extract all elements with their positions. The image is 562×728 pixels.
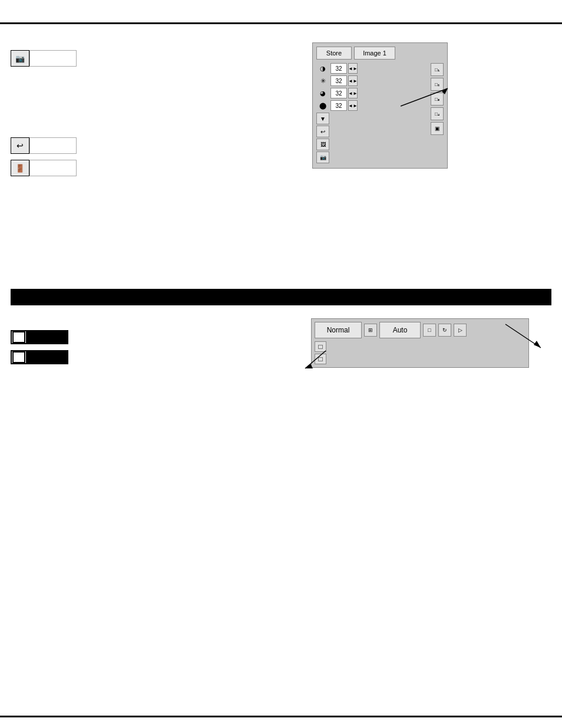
- image-icon-panel[interactable]: 🖼: [316, 139, 329, 150]
- upper-right-panel: Store Image 1 ◑ 32 ◄► ✳ 32 ◄► ◕ 32 ◄► ⬤: [312, 42, 448, 169]
- section-divider: [11, 289, 551, 305]
- contrast-value: 32: [330, 63, 347, 74]
- annotation-arrow-2: [0, 159, 88, 206]
- undo-icon-box[interactable]: ↩: [11, 137, 29, 154]
- lower-left: [11, 330, 68, 370]
- panel-header: Store Image 1: [316, 47, 444, 60]
- down-arrow-icon[interactable]: ▼: [316, 113, 329, 124]
- image-icon-row: 🖼: [316, 139, 427, 150]
- image-slot-4[interactable]: □₄: [431, 107, 444, 120]
- control-row-1: ◑ 32 ◄►: [316, 63, 427, 74]
- image-slot-2[interactable]: □₂: [431, 78, 444, 91]
- camera-icon-row: 📷: [316, 151, 427, 163]
- panel-bottom-icons: ▼ ↩ 🖼 📷: [316, 113, 427, 163]
- tint-icon: ⬤: [316, 100, 329, 111]
- store-button[interactable]: Store: [316, 47, 352, 60]
- lower-item-1: [11, 330, 68, 344]
- control-row-2: ✳ 32 ◄►: [316, 75, 427, 86]
- contrast-arrows[interactable]: ◄►: [348, 63, 358, 74]
- color-value: 32: [330, 88, 347, 98]
- color-icon: ◕: [316, 88, 329, 98]
- square-btn-1[interactable]: □: [423, 324, 436, 337]
- rotate-button[interactable]: ↻: [438, 324, 451, 337]
- control-row-4: ⬤ 32 ◄►: [316, 100, 427, 111]
- lower-icon-2-inner: [12, 351, 25, 363]
- square-btn-2[interactable]: ▷: [454, 324, 467, 337]
- panel-controls-grid: ◑ 32 ◄► ✳ 32 ◄► ◕ 32 ◄► ⬤ 32 ◄►: [316, 63, 444, 164]
- lower-icon-1[interactable]: [11, 330, 27, 344]
- camera-row: 📷: [11, 50, 187, 67]
- left-controls: ◑ 32 ◄► ✳ 32 ◄► ◕ 32 ◄► ⬤ 32 ◄►: [316, 63, 427, 164]
- color-arrows[interactable]: ◄►: [348, 88, 358, 98]
- lower-panel-items: □ □: [315, 341, 525, 364]
- image-slot-1[interactable]: □₁: [431, 63, 444, 76]
- undo-icon-panel[interactable]: ↩: [316, 126, 329, 137]
- camera-label-box: [29, 50, 77, 67]
- right-controls: □₁ □₂ □₃ □₄ ▣: [431, 63, 444, 164]
- down-arrow-row: ▼: [316, 113, 427, 124]
- camera-icon: 📷: [15, 54, 25, 63]
- contrast-icon: ◑: [316, 63, 329, 74]
- lower-label-1: [27, 330, 68, 344]
- image-slot-3[interactable]: □₃: [431, 93, 444, 106]
- lower-icon-2[interactable]: [11, 350, 27, 364]
- tint-value: 32: [330, 100, 347, 111]
- bottom-border: [0, 716, 562, 717]
- auto-button[interactable]: Auto: [379, 322, 421, 338]
- image-button[interactable]: Image 1: [354, 47, 395, 60]
- undo-row: ↩: [11, 137, 187, 154]
- svg-marker-3: [534, 341, 541, 348]
- tint-arrows[interactable]: ◄►: [348, 100, 358, 111]
- brightness-icon: ✳: [316, 75, 329, 86]
- lower-panel-item-2[interactable]: □: [315, 354, 326, 364]
- brightness-value: 32: [330, 75, 347, 86]
- expand-button[interactable]: ⊞: [364, 324, 377, 337]
- lower-label-2: [27, 350, 68, 364]
- undo-label-box: [29, 137, 77, 154]
- normal-button[interactable]: Normal: [315, 322, 362, 338]
- lower-panel-item-1[interactable]: □: [315, 341, 326, 352]
- camera-icon-box[interactable]: 📷: [11, 50, 29, 67]
- brightness-arrows[interactable]: ◄►: [348, 75, 358, 86]
- lower-item-2: [11, 350, 68, 364]
- undo-row-panel: ↩: [316, 126, 427, 137]
- lower-icon-1-inner: [12, 331, 25, 343]
- image-slot-5[interactable]: ▣: [431, 122, 444, 135]
- camera-icon-panel[interactable]: 📷: [316, 151, 329, 163]
- control-row-3: ◕ 32 ◄►: [316, 88, 427, 98]
- lower-panel-header: Normal ⊞ Auto □ ↻ ▷: [315, 322, 525, 338]
- undo-icon: ↩: [16, 141, 24, 150]
- top-border: [0, 22, 562, 24]
- lower-right-panel: Normal ⊞ Auto □ ↻ ▷ □ □: [311, 318, 529, 368]
